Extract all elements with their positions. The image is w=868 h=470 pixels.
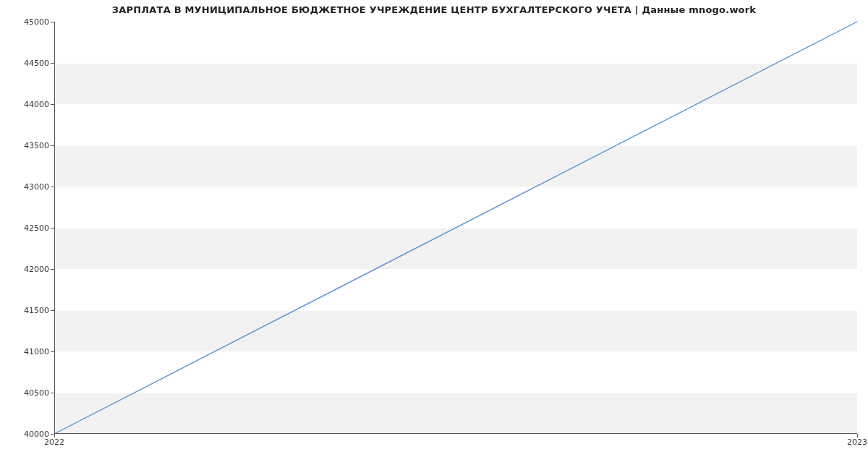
x-tick-label: 2022 — [44, 437, 64, 447]
y-tick-label: 44500 — [6, 59, 49, 68]
y-tick-label: 43500 — [6, 141, 49, 150]
y-tick-label: 45000 — [6, 17, 49, 27]
x-tick-label: 2023 — [847, 437, 867, 447]
y-tick-label: 43000 — [6, 182, 49, 192]
y-tick-label: 40000 — [6, 430, 49, 439]
y-tick-label: 41000 — [6, 347, 49, 356]
salary-line-chart: ЗАРПЛАТА В МУНИЦИПАЛЬНОЕ БЮДЖЕТНОЕ УЧРЕЖ… — [0, 0, 868, 470]
line-layer — [54, 22, 857, 434]
x-tick-mark — [857, 434, 858, 437]
plot-area — [54, 22, 857, 434]
y-tick-label: 41500 — [6, 306, 49, 315]
x-tick-mark — [54, 434, 55, 437]
data-line — [54, 22, 857, 434]
y-tick-label: 42500 — [6, 223, 49, 233]
y-tick-label: 42000 — [6, 265, 49, 274]
y-tick-label: 44000 — [6, 100, 49, 109]
y-tick-label: 40500 — [6, 388, 49, 398]
chart-title: ЗАРПЛАТА В МУНИЦИПАЛЬНОЕ БЮДЖЕТНОЕ УЧРЕЖ… — [0, 4, 868, 15]
